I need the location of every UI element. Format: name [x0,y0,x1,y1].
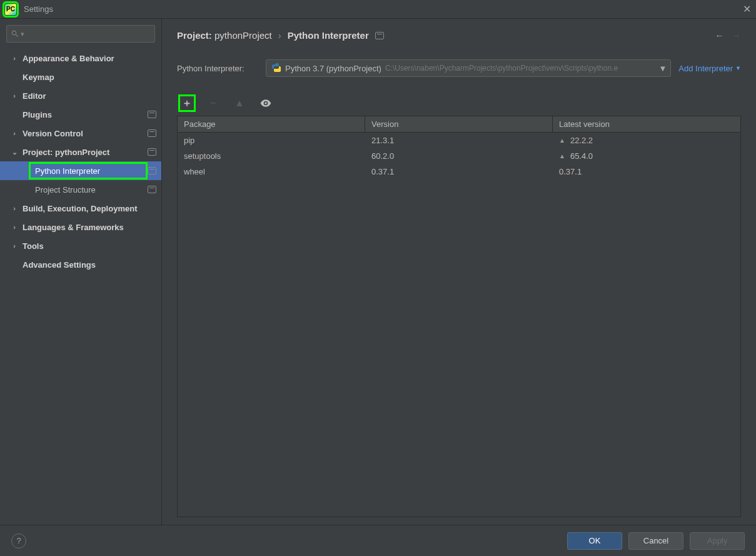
sidebar-item[interactable]: ›Appearance & Behavior [0,49,161,68]
sidebar-item-label: Project Structure [35,185,96,195]
interpreter-label: Python Interpreter: [177,64,258,73]
ok-button[interactable]: OK [567,532,622,550]
project-settings-icon [148,186,156,193]
sidebar-item-label: Tools [23,241,44,251]
chevron-right-icon: › [10,223,19,231]
sidebar-item-label: Keymap [23,73,54,82]
close-icon[interactable]: ✕ [743,3,751,15]
settings-tree: ›Appearance & BehaviorKeymap›EditorPlugi… [0,49,161,525]
package-toolbar: ＋ − ▲ [177,94,741,112]
breadcrumb-page: Python Interpreter [288,30,369,41]
package-version: 21.3.1 [365,133,553,148]
window-title: Settings [24,4,53,14]
project-settings-icon [148,167,156,174]
sidebar-item[interactable]: Project Structure [0,180,161,199]
sidebar-item[interactable]: Plugins [0,105,161,124]
chevron-right-icon: › [10,129,19,137]
show-early-releases-button[interactable] [257,94,275,112]
package-table-header: Package Version Latest version [178,116,740,133]
package-name: setuptools [178,148,365,164]
breadcrumb-separator-icon: › [278,30,281,41]
chevron-down-icon: ▼ [735,65,741,71]
table-row[interactable]: setuptools60.2.0▲65.4.0 [178,148,740,164]
apply-button: Apply [690,532,745,550]
search-icon [11,29,19,38]
package-name: pip [178,133,365,148]
pycharm-app-icon: PC [5,4,16,15]
upgrade-available-icon: ▲ [559,137,565,144]
project-settings-icon [148,111,156,118]
sidebar-item[interactable]: Keymap [0,68,161,86]
interpreter-name: Python 3.7 (pythonProject) [285,64,381,73]
sidebar-item-label: Build, Execution, Deployment [23,204,137,213]
sidebar-item[interactable]: ›Build, Execution, Deployment [0,199,161,218]
chevron-right-icon: › [10,54,19,62]
sidebar-item[interactable]: ›Version Control [0,124,161,143]
chevron-down-icon: ⌄ [10,148,19,156]
project-settings-icon [148,148,156,156]
chevron-right-icon: › [10,242,19,250]
sidebar-item[interactable]: ›Languages & Frameworks [0,218,161,236]
col-package[interactable]: Package [178,116,365,132]
forward-icon: → [732,30,741,41]
package-latest: ▲22.2.2 [553,133,740,148]
table-row[interactable]: pip21.3.1▲22.2.2 [178,133,740,148]
project-settings-icon [148,129,156,137]
back-icon[interactable]: ← [715,30,724,41]
titlebar: PC Settings ✕ [0,0,756,19]
sidebar-item[interactable]: Python Interpreter [0,161,161,180]
interpreter-dropdown[interactable]: Python 3.7 (pythonProject) C:\Users\nabe… [266,59,671,77]
sidebar-item-label: Version Control [23,129,83,138]
upgrade-package-button: ▲ [231,94,248,112]
eye-icon [260,97,272,109]
sidebar-item-label: Project: pythonProject [23,148,109,157]
chevron-down-icon: ▼ [658,64,667,73]
sidebar-item[interactable]: Advanced Settings [0,255,161,274]
package-version: 60.2.0 [365,148,553,164]
package-latest: 0.37.1 [553,164,740,179]
sidebar-item-label: Advanced Settings [23,260,96,270]
sidebar-item-label: Languages & Frameworks [23,223,124,232]
help-button[interactable]: ? [11,533,26,548]
package-version: 0.37.1 [365,164,553,179]
add-interpreter-label: Add Interpreter [678,64,733,73]
breadcrumb-project-label: Project: [177,30,212,41]
interpreter-path: C:\Users\naben\PycharmProjects\pythonPro… [385,64,655,73]
add-interpreter-link[interactable]: Add Interpreter ▼ [678,64,741,73]
cancel-button[interactable]: Cancel [628,532,683,550]
sidebar-item-label: Plugins [23,110,52,119]
sidebar-item[interactable]: ⌄Project: pythonProject [0,143,161,161]
breadcrumb: Project: pythonProject › Python Interpre… [177,30,741,41]
settings-sidebar: ▾ ›Appearance & BehaviorKeymap›EditorPlu… [0,19,162,525]
project-settings-icon [375,32,384,39]
package-latest: ▲65.4.0 [553,148,740,164]
sidebar-item-label: Appearance & Behavior [23,54,114,63]
table-row[interactable]: wheel0.37.10.37.1 [178,164,740,179]
add-package-button[interactable]: ＋ [178,94,196,112]
chevron-right-icon: › [10,92,19,99]
package-table: Package Version Latest version pip21.3.1… [177,116,741,517]
dialog-footer: ? OK Cancel Apply [0,525,756,556]
breadcrumb-project-name: pythonProject [214,30,272,41]
remove-package-button: − [204,94,222,112]
upgrade-available-icon: ▲ [559,153,565,159]
sidebar-item[interactable]: ›Tools [0,236,161,255]
chevron-right-icon: › [10,205,19,212]
sidebar-item-label: Python Interpreter [35,166,100,176]
col-latest[interactable]: Latest version [553,116,740,132]
col-version[interactable]: Version [365,116,553,132]
content-pane: Project: pythonProject › Python Interpre… [162,19,756,525]
search-input[interactable]: ▾ [6,25,155,43]
python-icon [271,63,281,74]
sidebar-item[interactable]: ›Editor [0,86,161,105]
package-name: wheel [178,164,365,179]
sidebar-item-label: Editor [23,91,46,101]
